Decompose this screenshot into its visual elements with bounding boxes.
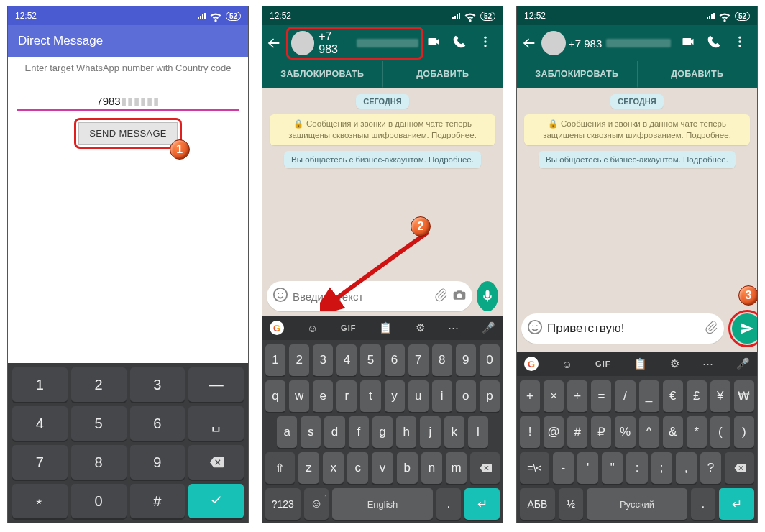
key-rpar[interactable]: ) <box>734 416 754 448</box>
key-n[interactable]: n <box>421 452 442 484</box>
numeric-keypad[interactable]: 1 2 3 — 4 5 6 ␣ 7 8 9 ﹡ 0 # <box>8 363 248 523</box>
message-input-box[interactable] <box>267 281 472 311</box>
message-input[interactable] <box>547 321 700 336</box>
more-icon[interactable]: ⋯ <box>702 357 713 370</box>
key-s[interactable]: s <box>301 416 321 448</box>
key-m[interactable]: m <box>446 452 467 484</box>
key-6[interactable]: 6 <box>130 406 185 441</box>
key-9[interactable]: 9 <box>130 445 185 480</box>
key-i[interactable]: i <box>432 380 452 412</box>
key-n5[interactable]: 5 <box>360 344 380 376</box>
key-c[interactable]: c <box>347 452 368 484</box>
key-backspace[interactable] <box>725 452 754 484</box>
key-div[interactable]: ÷ <box>567 380 587 412</box>
encryption-notice[interactable]: 🔒Сообщения и звонки в данном чате теперь… <box>270 114 495 145</box>
key-d[interactable]: d <box>324 416 344 448</box>
key-plus[interactable]: + <box>520 380 540 412</box>
key-n8[interactable]: 8 <box>432 344 452 376</box>
key-rub[interactable]: ₽ <box>591 416 611 448</box>
key-3[interactable]: 3 <box>130 367 185 402</box>
key-under[interactable]: _ <box>639 380 659 412</box>
key-l[interactable]: l <box>468 416 488 448</box>
key-star[interactable]: ﹡ <box>12 484 68 518</box>
key-2[interactable]: 2 <box>71 367 127 402</box>
key-won[interactable]: ₩ <box>734 380 754 412</box>
contact-phone[interactable]: +7 983 <box>319 30 352 56</box>
back-button[interactable] <box>520 35 539 51</box>
key-enter[interactable] <box>188 484 244 518</box>
google-icon[interactable]: G <box>524 357 539 371</box>
attach-icon[interactable] <box>434 288 448 305</box>
key-1[interactable]: 1 <box>12 367 68 402</box>
key-n2[interactable]: 2 <box>289 344 309 376</box>
send-button[interactable] <box>732 313 758 344</box>
key-hash[interactable]: # <box>130 484 185 518</box>
key-abv[interactable]: АБВ <box>520 488 555 520</box>
key-frac[interactable]: ½ <box>559 488 584 520</box>
key-mult[interactable]: × <box>544 380 564 412</box>
back-button[interactable] <box>265 35 283 51</box>
key-shift[interactable]: ⇧ <box>265 452 295 484</box>
key-n4[interactable]: 4 <box>336 344 357 376</box>
key-period[interactable]: . <box>691 488 716 520</box>
key-enter[interactable]: ↵ <box>464 488 500 520</box>
mic-icon[interactable]: 🎤 <box>482 321 495 334</box>
key-symbols[interactable]: ?123 <box>265 488 301 520</box>
more-icon[interactable]: ⋯ <box>448 321 459 334</box>
key-g[interactable]: g <box>372 416 393 448</box>
key-z[interactable]: z <box>298 452 319 484</box>
voice-call-icon[interactable] <box>452 35 467 52</box>
phone-input-wrap[interactable]: 7983 ▮▮▮▮▮▮ <box>17 92 239 111</box>
key-lpar[interactable]: ( <box>710 416 730 448</box>
contact-avatar[interactable] <box>541 31 566 55</box>
key-gbp[interactable]: £ <box>687 380 707 412</box>
key-b[interactable]: b <box>397 452 418 484</box>
key-quote[interactable]: " <box>602 452 623 484</box>
key-k[interactable]: k <box>444 416 464 448</box>
key-at[interactable]: @ <box>544 416 564 448</box>
keyboard-russian-symbols[interactable]: G ☺ GIF 📋 ⚙ ⋯ 🎤 +×÷=/_€£¥₩ !@#₽%^&*() =\… <box>517 352 757 523</box>
key-x[interactable]: x <box>323 452 344 484</box>
camera-icon[interactable] <box>452 288 467 305</box>
key-excl[interactable]: ! <box>520 416 540 448</box>
emoji-icon[interactable] <box>272 287 288 306</box>
key-space[interactable]: English <box>332 488 432 520</box>
key-n3[interactable]: 3 <box>313 344 333 376</box>
key-emoji[interactable]: ☺, <box>304 488 329 520</box>
key-enter[interactable]: ↵ <box>719 488 754 520</box>
key-j[interactable]: j <box>420 416 440 448</box>
key-backspace[interactable] <box>188 445 244 480</box>
business-notice[interactable]: Вы общаетесь с бизнес-аккаунтом. Подробн… <box>284 151 481 168</box>
key-ast[interactable]: * <box>687 416 707 448</box>
key-f[interactable]: f <box>349 416 369 448</box>
key-semi[interactable]: ; <box>651 452 672 484</box>
settings-icon[interactable]: ⚙ <box>670 357 679 370</box>
key-hashs[interactable]: # <box>567 416 587 448</box>
key-q[interactable]: q <box>265 380 285 412</box>
key-dash2[interactable]: - <box>553 452 574 484</box>
key-r[interactable]: r <box>336 380 357 412</box>
key-comma[interactable]: , <box>676 452 697 484</box>
clipboard-icon[interactable]: 📋 <box>633 357 647 370</box>
key-e[interactable]: e <box>313 380 333 412</box>
key-space[interactable]: Русский <box>587 488 687 520</box>
key-backspace[interactable] <box>470 452 500 484</box>
key-y[interactable]: y <box>385 380 405 412</box>
key-eq[interactable]: = <box>591 380 611 412</box>
sticker-icon[interactable]: ☺ <box>307 322 318 334</box>
key-qmark[interactable]: ? <box>700 452 721 484</box>
video-call-icon[interactable] <box>426 35 441 52</box>
key-pct[interactable]: % <box>615 416 635 448</box>
key-t[interactable]: t <box>360 380 380 412</box>
more-options-icon[interactable] <box>478 35 493 52</box>
voice-call-icon[interactable] <box>707 35 721 52</box>
keyboard-english[interactable]: G ☺ GIF 📋 ⚙ ⋯ 🎤 1234567890 qwertyuiop as… <box>262 316 503 523</box>
key-colon[interactable]: : <box>626 452 647 484</box>
key-period[interactable]: . <box>436 488 462 520</box>
contact-avatar[interactable] <box>291 31 314 55</box>
mic-icon[interactable]: 🎤 <box>736 357 750 370</box>
key-yen[interactable]: ¥ <box>710 380 730 412</box>
key-n6[interactable]: 6 <box>385 344 405 376</box>
key-more-symbols[interactable]: =\< <box>520 452 549 484</box>
clipboard-icon[interactable]: 📋 <box>379 321 393 334</box>
